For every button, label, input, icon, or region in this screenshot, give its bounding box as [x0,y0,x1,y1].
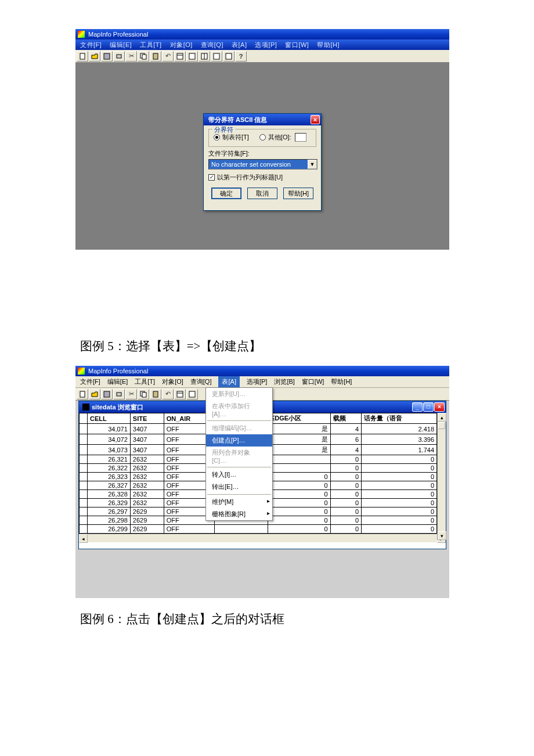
col-cell[interactable]: CELL [88,413,131,424]
scroll-up-icon[interactable]: ▴ [438,413,446,422]
row-selector[interactable] [80,499,88,507]
cell-cell: 26,328 [88,490,131,499]
row-selector[interactable] [80,481,88,490]
menu-options[interactable]: 选项[P] [247,377,267,386]
tool-open-icon[interactable] [89,389,100,399]
tool-open-icon[interactable] [89,51,100,62]
scroll-down-icon[interactable]: ▾ [438,531,446,540]
menu-item-import[interactable]: 转入[I]… [206,469,272,481]
horizontal-scrollbar[interactable]: ◂ ▸ [79,534,446,542]
row-selector[interactable] [80,424,88,434]
tool-layout-icon[interactable] [199,51,210,62]
col-carrier[interactable]: 载频 [330,413,362,424]
tool-save-icon[interactable] [101,389,113,399]
menu-item-maintain[interactable]: 维护[M] [206,496,272,508]
tool-graph-icon[interactable] [211,51,222,62]
menu-edit[interactable]: 编辑[E] [110,41,132,49]
tool-copy-icon[interactable] [138,51,149,62]
tool-cut-icon[interactable]: ✂ [125,51,137,62]
scroll-thumb[interactable] [438,422,445,429]
menu-file[interactable]: 文件[F] [80,377,100,386]
menu-window[interactable]: 窗口[W] [302,377,324,386]
menu-item-export[interactable]: 转出[E]… [206,481,272,493]
row-selector[interactable] [80,525,88,534]
cell-cell: 26,321 [88,455,131,464]
row-selector[interactable] [80,516,88,525]
cell-traffic: 0 [362,473,437,481]
tool-paste-icon[interactable] [150,51,161,62]
chevron-down-icon[interactable]: ▼ [308,160,317,169]
tool-redist-icon[interactable] [223,51,234,62]
close-icon[interactable]: × [311,115,320,124]
menu-item-raster[interactable]: 栅格图象[R] [206,508,272,520]
menu-item-merge-obj[interactable]: 用列合并对象[C]… [206,447,272,466]
menu-separator [207,494,271,495]
firstrow-headers-checkbox[interactable]: ✓ [208,174,215,181]
cancel-button[interactable]: 取消 [247,188,277,199]
menu-tools[interactable]: 工具[T] [135,377,155,386]
tool-new-icon[interactable] [77,51,88,62]
charset-select[interactable]: No character set conversion ▼ [208,159,317,170]
menu-table[interactable]: 表[A] [232,41,247,49]
row-selector[interactable] [80,455,88,464]
tool-paste-icon[interactable] [150,389,161,399]
row-selector[interactable] [80,507,88,516]
menu-query[interactable]: 查询[Q] [190,377,212,386]
menu-object[interactable]: 对象[O] [170,41,193,49]
menu-edit[interactable]: 编辑[E] [107,377,128,386]
tool-mapper-icon[interactable] [186,51,198,62]
menu-help[interactable]: 帮助[H] [331,377,352,386]
col-site[interactable]: SITE [130,413,164,424]
table-row[interactable]: 26,2992629OFF000 [80,525,437,534]
menu-item-add-row[interactable]: 在表中添加行[A]… [206,400,272,419]
tool-browser-icon[interactable] [174,51,186,62]
ok-button[interactable]: 确定 [211,188,241,199]
menu-item-update-col[interactable]: 更新列[U]… [206,388,272,400]
tool-print-icon[interactable] [113,51,125,62]
tool-browser-icon[interactable] [174,389,186,399]
menu-item-geocode[interactable]: 地理编码[G]… [206,422,272,434]
tool-save-icon[interactable] [101,51,113,62]
tool-new-icon[interactable] [77,389,88,399]
menu-table[interactable]: 表[A] [218,376,239,387]
radio-tab[interactable] [214,134,220,141]
tool-cut-icon[interactable]: ✂ [125,389,137,399]
radio-other[interactable] [259,134,266,141]
menu-options[interactable]: 选项[P] [255,41,277,49]
menu-file[interactable]: 文件[F] [80,41,102,49]
svg-rect-5 [153,53,158,59]
menu-object[interactable]: 对象[O] [162,377,183,386]
tool-mapper-icon[interactable] [186,389,198,399]
tool-undo-icon[interactable]: ↶ [162,51,174,62]
tool-copy-icon[interactable] [138,389,149,399]
maximize-icon[interactable]: □ [423,402,434,412]
menu-tools[interactable]: 工具[T] [140,41,161,49]
menu-help[interactable]: 帮助[H] [317,41,340,49]
minimize-icon[interactable]: _ [412,402,423,412]
cell-edge: 0 [268,481,330,490]
col-edge[interactable]: EDGE小区 [268,413,330,424]
col-traffic[interactable]: 话务量（语音 [362,413,437,424]
menu-browse[interactable]: 浏览[B] [274,377,294,386]
menu-window[interactable]: 窗口[W] [285,41,309,49]
row-selector[interactable] [80,490,88,499]
tool-print-icon[interactable] [113,389,125,399]
menu-item-create-points[interactable]: 创建点[P]… [206,434,272,447]
close-icon[interactable]: × [434,402,445,412]
help-button[interactable]: 帮助[H] [283,188,313,199]
cell-site: 2632 [130,473,164,481]
svg-rect-1 [104,53,110,59]
cell-carrier: 4 [330,445,362,455]
vertical-scrollbar[interactable]: ▴ ▾ [437,413,446,540]
row-selector[interactable] [80,445,88,455]
delimiter-group: 分界符 制表符[T] 其他[O]: [208,129,316,147]
other-delimiter-input[interactable] [295,133,306,142]
tool-help-icon[interactable]: ? [235,51,247,62]
scroll-left-icon[interactable]: ◂ [79,534,88,543]
tool-undo-icon[interactable]: ↶ [162,389,174,399]
menu-query[interactable]: 查询[Q] [201,41,223,49]
row-selector[interactable] [80,434,88,445]
row-selector[interactable] [80,464,88,473]
row-selector[interactable] [80,473,88,481]
svg-rect-13 [80,391,85,397]
